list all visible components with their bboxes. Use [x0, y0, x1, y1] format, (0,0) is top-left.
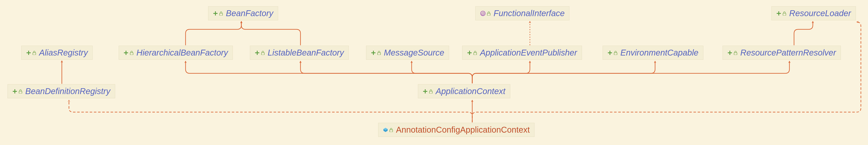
node-label: ResourcePatternResolver: [740, 48, 836, 57]
node-label: FunctionalInterface: [494, 8, 565, 18]
node-application-event-publisher[interactable]: ApplicationEventPublisher: [462, 46, 582, 60]
node-label: ListableBeanFactory: [268, 48, 344, 57]
node-label: AnnotationConfigApplicationContext: [396, 125, 530, 135]
interface-icon: [213, 11, 223, 16]
node-functional-interface[interactable]: FunctionalInterface: [475, 6, 569, 20]
node-hierarchical-bean-factory[interactable]: HierarchicalBeanFactory: [119, 46, 233, 60]
class-icon: [383, 127, 393, 132]
node-label: AliasRegistry: [39, 48, 88, 57]
interface-icon: [26, 50, 36, 55]
interface-icon: [467, 50, 477, 55]
node-bean-factory[interactable]: BeanFactory: [208, 6, 278, 20]
node-message-source[interactable]: MessageSource: [366, 46, 449, 60]
node-resource-pattern-resolver[interactable]: ResourcePatternResolver: [722, 46, 841, 60]
interface-icon: [371, 50, 381, 55]
annotation-icon: [480, 11, 491, 16]
interface-icon: [123, 50, 133, 55]
node-annotation-config-application-context[interactable]: AnnotationConfigApplicationContext: [378, 123, 534, 137]
node-label: ApplicationEventPublisher: [480, 48, 577, 57]
node-label: BeanFactory: [226, 8, 273, 18]
node-label: ResourceLoader: [789, 8, 851, 18]
interface-icon: [12, 89, 22, 94]
interface-icon: [255, 50, 265, 55]
interface-icon: [423, 89, 433, 94]
node-alias-registry[interactable]: AliasRegistry: [21, 46, 93, 60]
node-environment-capable[interactable]: EnvironmentCapable: [602, 46, 703, 60]
node-listable-bean-factory[interactable]: ListableBeanFactory: [250, 46, 349, 60]
node-label: HierarchicalBeanFactory: [136, 48, 228, 57]
node-resource-loader[interactable]: ResourceLoader: [772, 6, 856, 20]
node-application-context[interactable]: ApplicationContext: [418, 84, 510, 98]
node-bean-definition-registry[interactable]: BeanDefinitionRegistry: [7, 84, 115, 98]
interface-icon: [608, 50, 617, 55]
node-label: ApplicationContext: [436, 87, 505, 96]
node-label: BeanDefinitionRegistry: [25, 87, 110, 96]
node-label: EnvironmentCapable: [620, 48, 699, 57]
interface-icon: [776, 11, 786, 16]
node-label: MessageSource: [384, 48, 444, 57]
interface-icon: [727, 50, 737, 55]
